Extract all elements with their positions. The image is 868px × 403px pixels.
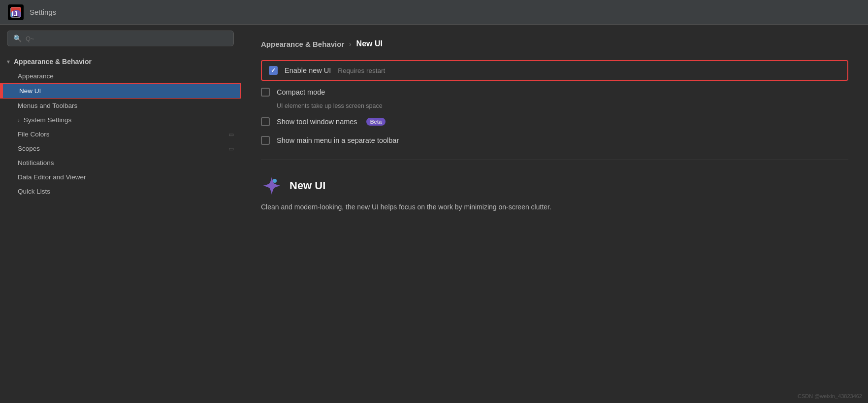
svg-point-3 (273, 179, 277, 183)
sidebar-item-label: Notifications (18, 159, 54, 167)
sidebar-item-scopes[interactable]: Scopes ▭ (0, 141, 241, 156)
window-icon: ▭ (228, 145, 234, 152)
promo-title: New UI (289, 179, 325, 192)
tool-window-names-label: Show tool window names (277, 118, 357, 126)
search-icon: 🔍 (13, 34, 22, 42)
sidebar-item-new-ui[interactable]: New UI (0, 83, 241, 99)
sidebar-item-label: New UI (19, 87, 41, 95)
svg-text:IJ: IJ (12, 10, 18, 18)
content-area: Appearance & Behavior › New UI Enable ne… (241, 25, 868, 403)
setting-tool-window-names-row: Show tool window names Beta (261, 112, 848, 131)
sidebar-item-appearance[interactable]: Appearance (0, 69, 241, 83)
new-ui-star-icon (261, 175, 283, 197)
search-box[interactable]: 🔍 (7, 31, 234, 46)
compact-mode-label: Compact mode (277, 88, 325, 96)
sidebar-nav: ▾ Appearance & Behavior Appearance New U… (0, 54, 241, 403)
tool-window-names-checkbox[interactable] (261, 117, 270, 126)
sidebar-group-label: Appearance & Behavior (14, 58, 92, 66)
breadcrumb-separator: › (349, 40, 351, 48)
sidebar-item-system-settings[interactable]: › System Settings (0, 113, 241, 127)
title-bar: IJ Settings (0, 0, 868, 25)
search-input[interactable] (26, 35, 227, 42)
compact-mode-sublabel: UI elements take up less screen space (277, 102, 848, 109)
window-title: Settings (30, 8, 56, 16)
sidebar-item-label: Appearance (18, 72, 54, 80)
breadcrumb-parent: Appearance & Behavior (261, 40, 344, 48)
setting-main-menu-row: Show main menu in a separate toolbar (261, 131, 848, 150)
watermark: CSDN @weixin_43823462 (798, 393, 862, 399)
sidebar-item-label: Menus and Toolbars (18, 102, 77, 109)
app-logo: IJ (8, 4, 24, 20)
section-divider (261, 160, 848, 160)
window-icon: ▭ (228, 131, 234, 138)
beta-badge: Beta (366, 118, 386, 126)
sidebar-item-label: System Settings (24, 116, 72, 124)
main-menu-checkbox[interactable] (261, 136, 270, 145)
sidebar-item-menus-toolbars[interactable]: Menus and Toolbars (0, 99, 241, 113)
restart-note: Requires restart (338, 67, 385, 74)
sidebar-item-data-editor[interactable]: Data Editor and Viewer (0, 170, 241, 184)
setting-compact-mode-row: Compact mode (261, 83, 848, 101)
sidebar-item-label: Data Editor and Viewer (18, 173, 86, 181)
sidebar-group-appearance-behavior[interactable]: ▾ Appearance & Behavior (0, 54, 241, 69)
sidebar-item-label: Scopes (18, 145, 40, 152)
enable-new-ui-checkbox[interactable] (269, 66, 278, 75)
enable-new-ui-label: Enable new UI (285, 67, 331, 74)
promo-section: New UI Clean and modern-looking, the new… (261, 175, 848, 212)
promo-title-row: New UI (261, 175, 848, 197)
sidebar-item-label: Quick Lists (18, 188, 50, 195)
promo-description: Clean and modern-looking, the new UI hel… (261, 202, 606, 212)
setting-enable-new-ui-row: Enable new UI Requires restart (261, 60, 848, 81)
sidebar: 🔍 ▾ Appearance & Behavior Appearance New… (0, 25, 241, 403)
breadcrumb-current: New UI (356, 39, 383, 48)
main-menu-label: Show main menu in a separate toolbar (277, 136, 399, 144)
compact-mode-checkbox[interactable] (261, 88, 270, 97)
chevron-right-icon: › (18, 117, 20, 123)
sidebar-item-notifications[interactable]: Notifications (0, 156, 241, 170)
settings-panel: Enable new UI Requires restart Compact m… (261, 60, 848, 150)
setting-compact-mode-group: Compact mode UI elements take up less sc… (261, 83, 848, 112)
chevron-down-icon: ▾ (7, 59, 10, 65)
main-layout: 🔍 ▾ Appearance & Behavior Appearance New… (0, 25, 868, 403)
breadcrumb: Appearance & Behavior › New UI (261, 39, 848, 48)
sidebar-item-label: File Colors (18, 131, 50, 138)
sidebar-item-file-colors[interactable]: File Colors ▭ (0, 127, 241, 141)
sidebar-item-quick-lists[interactable]: Quick Lists (0, 184, 241, 199)
